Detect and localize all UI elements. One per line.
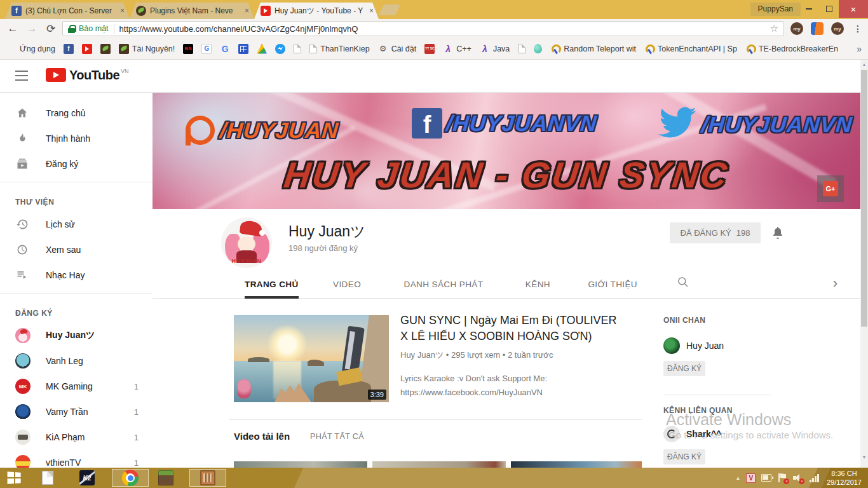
bookmark-tokenenchant[interactable]: TokenEnchantAPI | Sp bbox=[644, 44, 737, 54]
action-center-flag-icon[interactable]: x bbox=[778, 473, 787, 482]
back-button[interactable]: ← bbox=[5, 21, 20, 36]
bookmark-leaf[interactable] bbox=[100, 44, 111, 54]
sidebar-item-trending[interactable]: Thịnh hành bbox=[0, 126, 153, 151]
channel-bell-icon[interactable] bbox=[770, 225, 785, 243]
subscribed-button[interactable]: ĐÃ ĐĂNG KÝ 198 bbox=[670, 222, 761, 243]
browser-menu-icon[interactable]: ⋮ bbox=[851, 22, 864, 35]
sidebar-item-subscriptions[interactable]: Đăng ký bbox=[0, 151, 153, 177]
bookmarks-overflow-icon[interactable]: » bbox=[857, 44, 862, 54]
youtube-logo[interactable]: YouTube VN bbox=[46, 68, 129, 82]
bookmark-page1[interactable] bbox=[294, 44, 301, 53]
network-signal-icon[interactable] bbox=[810, 474, 819, 482]
subscribe-button[interactable]: ĐĂNG KÝ bbox=[663, 361, 705, 376]
featured-video-thumbnail[interactable]: 3:39 bbox=[234, 315, 389, 402]
reload-button[interactable]: ⟳ bbox=[43, 21, 58, 36]
bookmark-tai-nguyen[interactable]: Tài Nguyên! bbox=[119, 44, 175, 54]
taskbar-command-block-active[interactable] bbox=[189, 469, 226, 487]
bookmark-page2[interactable] bbox=[518, 44, 526, 53]
tab-gioi-thieu[interactable]: GIỚI THIỆU bbox=[588, 270, 637, 299]
scroll-down-icon[interactable]: ▼ bbox=[860, 452, 868, 461]
related-channel-row[interactable]: Shark^^ bbox=[663, 426, 778, 442]
speaker-muted-icon[interactable]: x bbox=[793, 473, 802, 482]
sidebar-subscription-kia-pham[interactable]: KiA Phạm 1 bbox=[0, 424, 153, 450]
bookmark-ytsc[interactable]: YT SC bbox=[424, 44, 435, 54]
tab-danh-sach-phat[interactable]: DANH SÁCH PHÁT bbox=[404, 270, 484, 299]
browser-tab-3-active[interactable]: Huy Juanツ - YouTube - Y × bbox=[254, 3, 379, 19]
bookmark-star-icon[interactable]: ☆ bbox=[770, 23, 778, 34]
tab-close-icon[interactable]: × bbox=[120, 6, 125, 15]
taskbar-clock[interactable]: 8:36 CH 29/12/2017 bbox=[827, 469, 862, 487]
restore-button[interactable] bbox=[820, 0, 839, 18]
bookmark-translate[interactable]: G bbox=[201, 44, 212, 54]
sidebar-item-history[interactable]: Lịch sử bbox=[0, 212, 153, 237]
sidebar-subscription-vamy-tran[interactable]: Vamy Trần 1 bbox=[0, 399, 153, 424]
bookmark-messenger[interactable] bbox=[275, 44, 285, 54]
address-bar[interactable]: Bảo mật https://www.youtube.com/channel/… bbox=[62, 21, 784, 36]
channel-avatar[interactable]: HUYJUAN bbox=[221, 217, 272, 268]
upload-thumbnail[interactable] bbox=[234, 461, 367, 468]
scrollbar-thumb[interactable] bbox=[861, 70, 867, 327]
page-scrollbar[interactable]: ▲ ▼ bbox=[860, 60, 868, 468]
browser-tab-1[interactable]: f (3) Chú Lợn Con - Server × bbox=[5, 3, 130, 19]
channel-search-icon[interactable] bbox=[677, 276, 689, 291]
bookmark-settings[interactable]: ⚙ Cài đặt bbox=[378, 44, 417, 54]
extension-icon-3[interactable]: my bbox=[831, 22, 844, 35]
security-label[interactable]: Bảo mật bbox=[79, 24, 109, 33]
close-button[interactable]: × bbox=[839, 0, 868, 18]
bookmark-sheets[interactable] bbox=[238, 44, 248, 54]
bookmark-spigot[interactable] bbox=[534, 44, 542, 53]
bookmark-bs[interactable]: BS bbox=[183, 44, 193, 54]
new-tab-button[interactable] bbox=[378, 4, 400, 15]
bookmark-java[interactable]: λ Java bbox=[480, 44, 510, 54]
minimize-button[interactable] bbox=[799, 0, 818, 18]
bookmark-random-teleport[interactable]: Random Teleport wit bbox=[550, 44, 636, 54]
bookmark-facebook[interactable]: f bbox=[64, 44, 74, 54]
tab-close-icon[interactable]: × bbox=[369, 6, 374, 15]
subscription-label: MK Gaming bbox=[46, 381, 93, 391]
sidebar-item-watch-later[interactable]: Xem sau bbox=[0, 237, 153, 262]
featured-video-title[interactable]: GUN SYNC | Ngày Mai Em Đi (TOULIVER X LÊ… bbox=[400, 313, 620, 344]
upload-thumbnail[interactable] bbox=[511, 461, 642, 468]
extension-icon-2[interactable] bbox=[811, 22, 824, 35]
tab-kenh[interactable]: KÊNH bbox=[526, 270, 550, 299]
bookmark-google[interactable]: G bbox=[220, 44, 230, 54]
featured-channel-name: Huy Juan bbox=[686, 341, 724, 351]
bookmark-bedrockbreaker[interactable]: TE-BedrockBreakerEn bbox=[745, 44, 838, 54]
tray-chevron-icon[interactable]: ▲ bbox=[736, 475, 741, 481]
tab-video[interactable]: VIDEO bbox=[333, 270, 361, 299]
google-plus-share[interactable]: G+ bbox=[817, 175, 844, 202]
sidebar-subscription-vanh-leg[interactable]: Vanh Leg bbox=[0, 348, 153, 374]
tab-trang-chu[interactable]: TRANG CHỦ bbox=[245, 270, 299, 299]
play-all-button[interactable]: PHÁT TẤT CẢ bbox=[310, 432, 364, 441]
browser-profile-name[interactable]: PuppySan bbox=[750, 3, 801, 16]
sidebar-item-playlist[interactable]: Nhạc Hay bbox=[0, 262, 153, 288]
taskbar-notepad[interactable] bbox=[37, 469, 58, 487]
bookmark-cpp[interactable]: λ C++ bbox=[443, 44, 471, 54]
featured-channel-row[interactable]: Huy Juan bbox=[663, 337, 778, 354]
browser-tab-2[interactable]: Plugins Việt Nam - Neve × bbox=[130, 3, 254, 19]
tray-v-icon[interactable]: V bbox=[746, 473, 756, 483]
bookmark-analytics[interactable] bbox=[257, 44, 267, 54]
subscribe-button[interactable]: ĐĂNG KÝ bbox=[663, 449, 705, 464]
upload-thumbnail[interactable] bbox=[372, 461, 506, 468]
sidebar-subscription-mk-gaming[interactable]: MK MK Gaming 1 bbox=[0, 374, 153, 399]
bookmark-apps[interactable]: Ứng dụng bbox=[6, 44, 55, 54]
taskbar-chrome-active[interactable] bbox=[112, 469, 149, 487]
sidebar-subscription-vthientv[interactable]: vthienTV 1 bbox=[0, 450, 153, 468]
taskbar-minecraft[interactable] bbox=[155, 469, 177, 487]
tab-close-icon[interactable]: × bbox=[245, 6, 249, 15]
battery-icon[interactable] bbox=[761, 474, 771, 482]
menu-hamburger-icon[interactable] bbox=[15, 71, 28, 81]
bookmark-youtube[interactable] bbox=[82, 44, 92, 54]
sidebar-subscription-huy-juan[interactable]: Huy Juanツ bbox=[0, 323, 153, 348]
tabs-chevron-right-icon[interactable]: › bbox=[833, 275, 837, 292]
url-text[interactable]: https://www.youtube.com/channel/UC3vAGrZ… bbox=[119, 24, 766, 34]
forward-button[interactable]: → bbox=[24, 21, 39, 36]
bookmark-thantienkiep[interactable]: ThanTienKiep bbox=[309, 44, 369, 53]
taskbar-k2-game[interactable]: K2 bbox=[76, 469, 98, 487]
extension-icon-1[interactable]: my bbox=[790, 22, 803, 35]
twitter-bird-icon bbox=[658, 107, 698, 142]
scroll-up-icon[interactable]: ▲ bbox=[860, 60, 868, 69]
start-button[interactable] bbox=[4, 469, 25, 487]
sidebar-item-home[interactable]: Trang chủ bbox=[0, 100, 153, 126]
